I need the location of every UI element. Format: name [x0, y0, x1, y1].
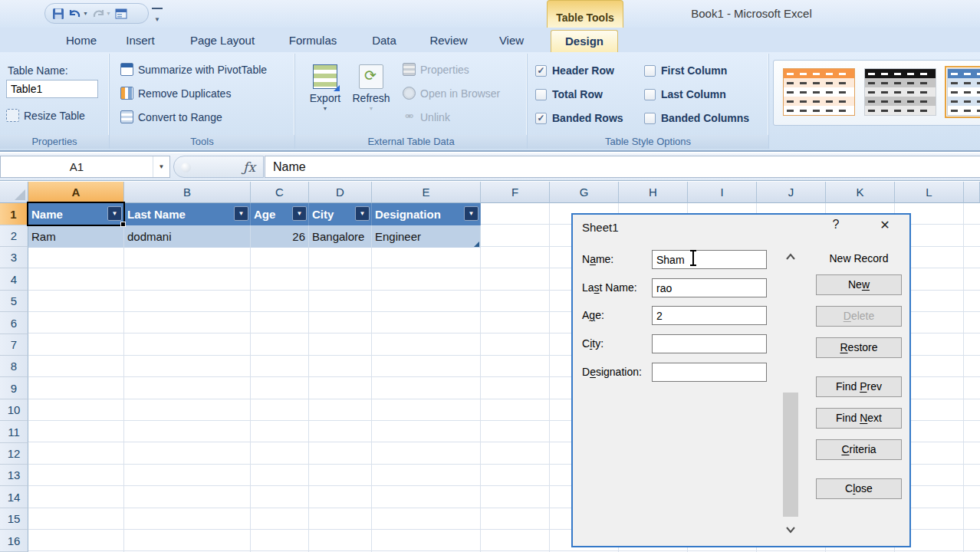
dialog-close-icon[interactable]: ✕: [873, 218, 896, 236]
resize-table-button[interactable]: Resize Table: [6, 109, 85, 122]
row-header-8[interactable]: 8: [0, 356, 28, 377]
checkbox-first-column[interactable]: First Column: [644, 64, 727, 77]
column-header-e[interactable]: E: [372, 182, 481, 203]
filter-button-last-name[interactable]: ▼: [234, 206, 248, 221]
row-header-13[interactable]: 13: [0, 465, 28, 486]
table-name-input[interactable]: [6, 80, 98, 98]
row-header-2[interactable]: 2: [0, 225, 28, 247]
column-header-k[interactable]: K: [826, 182, 895, 203]
column-header-d[interactable]: D: [309, 182, 372, 203]
column-header-a[interactable]: A: [28, 182, 124, 203]
column-header-i[interactable]: I: [688, 182, 757, 203]
table-header-last-name[interactable]: Last Name: [124, 203, 251, 225]
record-scroll-down-icon[interactable]: [784, 524, 797, 535]
cell-a2[interactable]: Ram: [28, 225, 124, 248]
checkbox-banded-rows[interactable]: ✓ Banded Rows: [535, 112, 623, 124]
group-label-properties[interactable]: Properties: [0, 135, 109, 149]
banded-columns-checkbox-icon[interactable]: [644, 113, 656, 124]
row-header-4[interactable]: 4: [0, 268, 28, 291]
column-header-j[interactable]: J: [757, 182, 826, 203]
cell-e2[interactable]: Engineer: [372, 225, 481, 248]
row-header-10[interactable]: 10: [0, 399, 28, 421]
banded-rows-checkbox-icon[interactable]: ✓: [535, 113, 547, 124]
filter-button-name[interactable]: ▼: [107, 206, 122, 221]
find-next-button[interactable]: Find Next: [816, 408, 902, 429]
city-field[interactable]: [652, 334, 767, 353]
column-header-h[interactable]: H: [619, 182, 688, 203]
column-header-b[interactable]: B: [124, 182, 251, 203]
row-header-16[interactable]: 16: [0, 530, 28, 552]
document-window-button[interactable]: [114, 8, 128, 20]
undo-dropdown-arrow[interactable]: ▼: [83, 11, 88, 16]
tab-insert[interactable]: Insert: [119, 30, 162, 52]
close-button[interactable]: Close: [816, 478, 902, 499]
group-label-table-style-options[interactable]: Table Style Options: [528, 135, 768, 149]
formula-input[interactable]: Name: [265, 156, 980, 178]
row-header-11[interactable]: 11: [0, 421, 28, 443]
cell-b2[interactable]: dodmani: [124, 225, 251, 248]
filter-button-city[interactable]: ▼: [355, 206, 370, 221]
column-header-l[interactable]: L: [895, 182, 964, 203]
name-box[interactable]: A1 ▼: [0, 156, 170, 178]
row-header-12[interactable]: 12: [0, 443, 28, 465]
row-header-5[interactable]: 5: [0, 291, 28, 312]
tab-review[interactable]: Review: [422, 30, 475, 52]
restore-button[interactable]: Restore: [816, 337, 902, 358]
designation-field[interactable]: [652, 363, 767, 382]
tab-formulas[interactable]: Formulas: [281, 30, 345, 52]
tab-home[interactable]: Home: [60, 30, 103, 52]
convert-to-range-button[interactable]: Convert to Range: [120, 110, 222, 123]
column-header-g[interactable]: G: [550, 182, 619, 203]
remove-duplicates-button[interactable]: Remove Duplicates: [120, 87, 231, 100]
save-button[interactable]: [51, 7, 65, 21]
total-row-checkbox-icon[interactable]: [535, 89, 547, 100]
insert-function-area[interactable]: ƒx: [173, 156, 264, 178]
name-box-dropdown-arrow[interactable]: ▼: [153, 156, 169, 177]
column-header-c[interactable]: C: [251, 182, 309, 203]
redo-button[interactable]: ▼: [91, 8, 111, 20]
tab-design-active[interactable]: Design: [551, 30, 618, 52]
record-scroll-up-icon[interactable]: [784, 251, 797, 262]
first-column-checkbox-icon[interactable]: [644, 65, 656, 77]
checkbox-header-row[interactable]: ✓ Header Row: [535, 64, 614, 77]
tab-view[interactable]: View: [489, 30, 534, 52]
fx-icon[interactable]: ƒx: [243, 159, 255, 175]
select-all-corner[interactable]: [0, 182, 28, 203]
column-header-partial[interactable]: [964, 182, 980, 203]
new-button[interactable]: New: [816, 274, 902, 295]
dialog-help-button[interactable]: ?: [826, 218, 846, 236]
customize-quick-access-button[interactable]: ▼: [152, 8, 163, 25]
filter-button-designation[interactable]: ▼: [464, 206, 478, 221]
export-button[interactable]: Export ▼: [305, 63, 345, 126]
criteria-button[interactable]: Criteria: [816, 439, 902, 460]
row-header-15[interactable]: 15: [0, 508, 28, 530]
find-prev-button[interactable]: Find Prev: [816, 376, 902, 397]
checkbox-banded-columns[interactable]: Banded Columns: [644, 112, 749, 124]
last-column-checkbox-icon[interactable]: [644, 89, 656, 100]
cell-c2[interactable]: 26: [251, 225, 309, 248]
filter-button-age[interactable]: ▼: [292, 206, 307, 221]
tab-data[interactable]: Data: [362, 30, 406, 52]
name-field[interactable]: [652, 250, 767, 269]
undo-button[interactable]: ▼: [68, 8, 88, 20]
checkbox-total-row[interactable]: Total Row: [535, 88, 603, 100]
export-dropdown-arrow[interactable]: ▼: [305, 106, 345, 111]
row-header-14[interactable]: 14: [0, 486, 28, 508]
group-label-tools[interactable]: Tools: [110, 135, 294, 149]
column-header-f[interactable]: F: [481, 182, 550, 203]
row-header-6[interactable]: 6: [0, 312, 28, 334]
summarize-with-pivottable-button[interactable]: Summarize with PivotTable: [120, 63, 267, 76]
group-label-external-table-data[interactable]: External Table Data: [295, 135, 527, 149]
row-header-1[interactable]: 1: [0, 203, 28, 225]
refresh-button[interactable]: Refresh ▼: [349, 63, 393, 126]
record-scrollbar-thumb[interactable]: [783, 393, 798, 517]
checkbox-last-column[interactable]: Last Column: [644, 88, 726, 100]
table-style-thumbnail-blue-selected[interactable]: [947, 68, 980, 116]
age-field[interactable]: [652, 306, 767, 325]
cell-d2[interactable]: Bangalore: [309, 225, 372, 248]
tab-page-layout[interactable]: Page Layout: [181, 30, 264, 52]
table-style-thumbnail-orange[interactable]: [783, 68, 855, 116]
header-row-checkbox-icon[interactable]: ✓: [535, 65, 547, 77]
row-header-7[interactable]: 7: [0, 334, 28, 356]
table-resize-handle[interactable]: [474, 242, 479, 247]
